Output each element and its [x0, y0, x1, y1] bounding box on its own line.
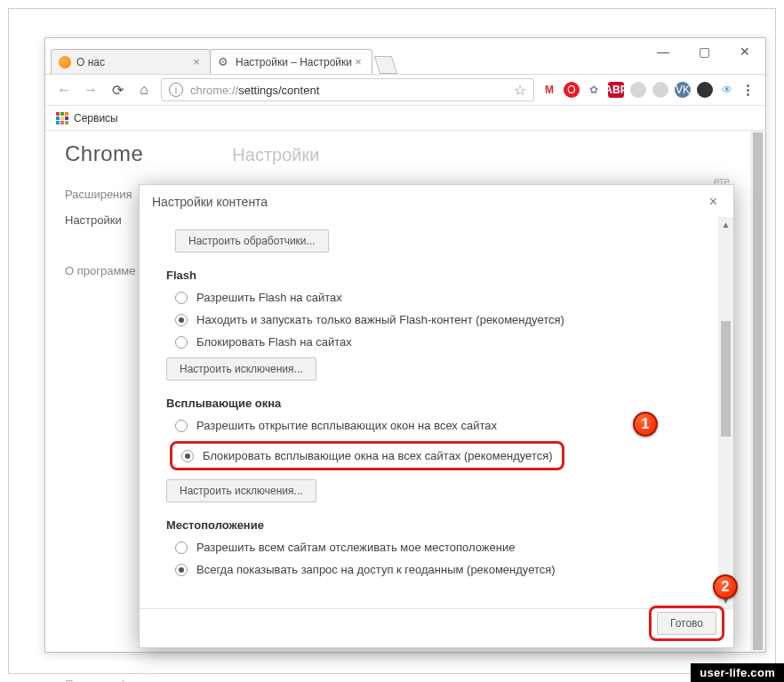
popups-allow-radio[interactable]: Разрешить открытие всплывающих окон на в… [175, 419, 697, 432]
reload-button[interactable]: ⟳ [108, 80, 127, 100]
annotation-badge-2: 2 [713, 574, 738, 599]
forward-button[interactable]: → [81, 80, 100, 100]
done-button[interactable]: Готово [657, 612, 716, 635]
close-window-button[interactable]: ✕ [724, 38, 765, 65]
tab-close-icon[interactable]: × [352, 56, 364, 68]
gear-favicon-icon: ⚙ [218, 56, 230, 68]
eye-icon[interactable]: 👁 [719, 82, 735, 98]
location-section-title: Местоположение [166, 518, 697, 532]
dialog-footer: Готово [140, 608, 733, 647]
new-tab-button[interactable] [374, 56, 397, 74]
page-scrollbar[interactable] [750, 131, 765, 652]
home-button[interactable]: ⌂ [134, 80, 154, 100]
radio-icon [175, 542, 188, 554]
scroll-thumb[interactable] [721, 321, 731, 437]
popups-block-radio[interactable]: Блокировать всплывающие окна на всех сай… [181, 449, 553, 462]
tab-settings[interactable]: ⚙ Настройки – Настройки × [210, 49, 372, 74]
radio-icon [175, 292, 188, 304]
vk-icon[interactable]: VK [675, 82, 691, 98]
extension-grey2-icon[interactable] [652, 82, 668, 98]
toolbar: ← → ⟳ ⌂ i chrome://settings/content ☆ M … [45, 74, 765, 106]
popups-section-title: Всплывающие окна [166, 397, 697, 410]
extension-icons: M O ✿ ABP VK 👁 [541, 82, 735, 98]
radio-checked-icon [175, 314, 188, 326]
tab-close-icon[interactable]: × [190, 56, 203, 68]
apps-grid-icon [56, 112, 68, 124]
dialog-close-button[interactable]: × [706, 190, 721, 213]
address-bar[interactable]: i chrome://settings/content ☆ [161, 78, 534, 101]
page-title: Chrome [65, 141, 143, 166]
radio-checked-icon [175, 564, 188, 576]
orange-favicon-icon [59, 56, 71, 68]
radio-checked-icon [181, 450, 194, 462]
apps-label: Сервисы [74, 112, 118, 124]
dialog-title: Настройки контента [152, 195, 268, 209]
location-ask-radio[interactable]: Всегда показывать запрос на доступ к гео… [175, 563, 697, 576]
popups-exceptions-button[interactable]: Настроить исключения... [166, 479, 316, 502]
scroll-track[interactable] [718, 232, 733, 593]
highlighted-done-button: Готово [649, 606, 724, 641]
tab-label: Настройки – Настройки [236, 56, 352, 68]
flash-exceptions-button[interactable]: Настроить исключения... [166, 357, 316, 381]
passwords-forms-label: Пароли и формы [65, 678, 746, 682]
scroll-up-icon[interactable]: ▲ [718, 217, 733, 232]
paw-icon[interactable]: ✿ [586, 82, 602, 98]
flash-block-radio[interactable]: Блокировать Flash на сайтах [175, 335, 697, 349]
highlighted-option: Блокировать всплывающие окна на всех сай… [170, 441, 564, 470]
annotation-badge-1: 1 [633, 412, 658, 437]
minimize-button[interactable]: — [643, 38, 684, 65]
bookmarks-bar: Сервисы [45, 106, 765, 131]
flash-allow-radio[interactable]: Разрешить Flash на сайтах [175, 291, 697, 304]
extension-grey-icon[interactable] [630, 82, 646, 98]
site-info-icon[interactable]: i [169, 83, 183, 97]
browser-window: — ▢ ✕ О нас × ⚙ Настройки – Настройки × … [44, 37, 766, 653]
tab-about-us[interactable]: О нас × [51, 49, 211, 74]
back-button[interactable]: ← [54, 80, 74, 100]
apps-bookmark[interactable]: Сервисы [56, 112, 118, 124]
content-settings-dialog: Настройки контента × Настроить обработчи… [139, 184, 734, 648]
url-text: chrome://settings/content [190, 84, 319, 97]
radio-icon [175, 420, 188, 432]
bookmark-star-icon[interactable]: ☆ [514, 82, 526, 99]
gmail-icon[interactable]: M [541, 82, 557, 98]
flash-detect-radio[interactable]: Находить и запускать только важный Flash… [175, 313, 697, 326]
dialog-body: Настроить обработчики... Flash Разрешить… [140, 217, 718, 608]
section-header: Настройки [232, 145, 319, 165]
extension-dark-icon[interactable] [697, 82, 713, 98]
window-controls: — ▢ ✕ [643, 38, 765, 65]
flash-section-title: Flash [166, 269, 697, 282]
tab-label: О нас [76, 56, 190, 68]
dialog-scrollbar[interactable]: ▲ ▼ [718, 217, 733, 608]
opera-icon[interactable]: O [564, 82, 580, 98]
location-allow-radio[interactable]: Разрешить всем сайтам отслеживать мое ме… [175, 541, 697, 554]
browser-menu-button[interactable] [739, 84, 756, 96]
adblock-icon[interactable]: ABP [608, 82, 624, 98]
maximize-button[interactable]: ▢ [684, 38, 724, 65]
handlers-button[interactable]: Настроить обработчики... [175, 229, 329, 253]
watermark: user-life.com [691, 663, 784, 682]
radio-icon [175, 336, 188, 349]
browser-tabs: О нас × ⚙ Настройки – Настройки × [51, 47, 632, 74]
